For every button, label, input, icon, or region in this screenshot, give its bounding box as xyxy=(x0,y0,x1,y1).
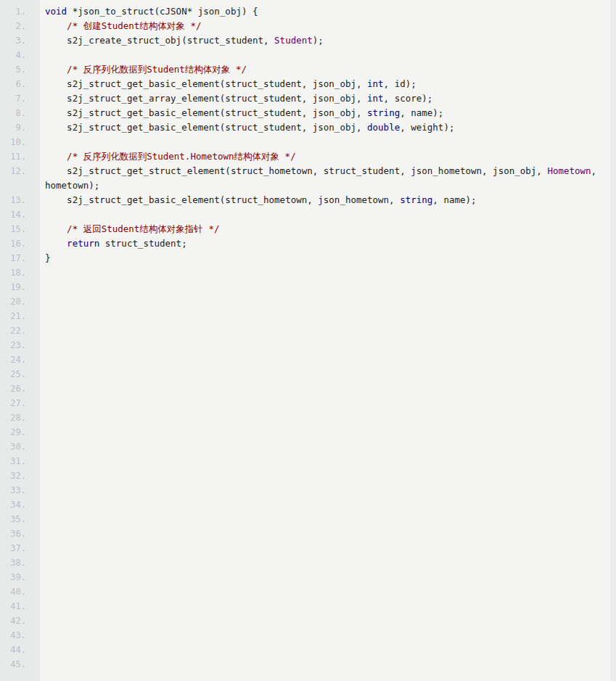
line-number: 22. xyxy=(0,323,40,338)
code-line-row: 28. xyxy=(0,410,616,425)
line-number: 6. xyxy=(0,77,40,91)
code-line xyxy=(40,309,616,323)
code-line-row: 4. xyxy=(0,48,616,62)
code-line-row: 41. xyxy=(0,599,616,614)
code-line xyxy=(40,628,616,643)
code-line xyxy=(40,135,616,149)
code-token-plain xyxy=(45,223,67,234)
code-line-row: 1.void *json_to_struct(cJSON* json_obj) … xyxy=(0,4,616,19)
code-token-comment: /* 返回Student结构体对象指针 */ xyxy=(67,223,219,234)
code-line xyxy=(40,643,616,657)
line-number: 19. xyxy=(0,280,40,294)
code-line xyxy=(40,614,616,628)
code-token-plain: s2j_struct_get_basic_element(struct_home… xyxy=(45,194,400,205)
line-number: 18. xyxy=(0,265,40,280)
line-number: 45. xyxy=(0,657,40,672)
code-token-plain: s2j_struct_get_basic_element(struct_stud… xyxy=(45,78,367,89)
code-token-plain xyxy=(45,20,67,31)
code-line-row: 27. xyxy=(0,396,616,410)
code-line-row: 37. xyxy=(0,541,616,556)
line-number: 21. xyxy=(0,309,40,323)
code-line-row: 10. xyxy=(0,135,616,149)
code-line-row: 16. return struct_student; xyxy=(0,236,616,251)
code-line xyxy=(40,425,616,439)
code-line: s2j_struct_get_basic_element(struct_home… xyxy=(40,193,616,207)
code-line xyxy=(40,396,616,410)
line-number: 16. xyxy=(0,236,40,251)
code-line-row: 31. xyxy=(0,454,616,469)
code-token-plain: s2j_struct_get_basic_element(struct_stud… xyxy=(45,122,367,133)
line-number: 2. xyxy=(0,19,40,33)
code-line: s2j_struct_get_array_element(struct_stud… xyxy=(40,91,616,106)
code-token-plain: , name); xyxy=(432,194,476,205)
line-number: 17. xyxy=(0,251,40,265)
code-line-row: 20. xyxy=(0,294,616,309)
line-number: 7. xyxy=(0,91,40,106)
line-number: 13. xyxy=(0,193,40,207)
line-number: 28. xyxy=(0,410,40,425)
code-line-row: 44. xyxy=(0,643,616,657)
code-line-row: 36. xyxy=(0,527,616,541)
line-number: 24. xyxy=(0,352,40,367)
line-number: 26. xyxy=(0,381,40,396)
line-number: 32. xyxy=(0,469,40,483)
code-line xyxy=(40,294,616,309)
code-line-row: 29. xyxy=(0,425,616,439)
code-token-keyword: return xyxy=(67,238,99,249)
line-number: 39. xyxy=(0,570,40,585)
code-line xyxy=(40,48,616,62)
code-line-row: 3. s2j_create_struct_obj(struct_student,… xyxy=(0,33,616,48)
code-line-row: 12. s2j_struct_get_struct_element(struct… xyxy=(0,164,616,193)
line-number: 1. xyxy=(0,4,40,19)
line-number: 30. xyxy=(0,439,40,454)
code-line xyxy=(40,280,616,294)
code-token-plain: } xyxy=(45,252,51,263)
line-number: 3. xyxy=(0,33,40,48)
code-line-row: 11. /* 反序列化数据到Student.Hometown结构体对象 */ xyxy=(0,149,616,164)
code-token-keyword: double xyxy=(367,122,400,133)
code-line xyxy=(40,207,616,222)
code-line-row: 45. xyxy=(0,657,616,672)
code-token-comment: /* 反序列化数据到Student.Hometown结构体对象 */ xyxy=(67,151,296,162)
code-line-row: 6. s2j_struct_get_basic_element(struct_s… xyxy=(0,77,616,91)
code-line-row: 23. xyxy=(0,338,616,352)
code-line-row: 40. xyxy=(0,585,616,599)
code-token-plain xyxy=(45,151,67,162)
line-number: 8. xyxy=(0,106,40,120)
code-token-plain: *json_to_struct(cJSON* json_obj) { xyxy=(67,6,258,17)
line-number: 40. xyxy=(0,585,40,599)
code-block: 1.void *json_to_struct(cJSON* json_obj) … xyxy=(0,0,616,681)
code-line-row: 38. xyxy=(0,556,616,570)
line-number: 11. xyxy=(0,149,40,164)
code-line-row: 9. s2j_struct_get_basic_element(struct_s… xyxy=(0,120,616,135)
line-number: 12. xyxy=(0,164,40,193)
code-line-row: 25. xyxy=(0,367,616,381)
code-line-row: 13. s2j_struct_get_basic_element(struct_… xyxy=(0,193,616,207)
code-token-keyword: int xyxy=(367,78,384,89)
code-token-comment: /* 反序列化数据到Student结构体对象 */ xyxy=(67,64,247,75)
code-line-row: 18. xyxy=(0,265,616,280)
code-line-row: 19. xyxy=(0,280,616,294)
code-line-row: 22. xyxy=(0,323,616,338)
code-line-row: 7. s2j_struct_get_array_element(struct_s… xyxy=(0,91,616,106)
code-line xyxy=(40,541,616,556)
code-line-row: 14. xyxy=(0,207,616,222)
line-number: 14. xyxy=(0,207,40,222)
code-line-row: 34. xyxy=(0,498,616,512)
code-line xyxy=(40,585,616,599)
line-number: 37. xyxy=(0,541,40,556)
code-line xyxy=(40,512,616,527)
code-content: 1.void *json_to_struct(cJSON* json_obj) … xyxy=(0,0,616,681)
code-token-plain: s2j_create_struct_obj(struct_student, xyxy=(45,35,274,46)
code-line xyxy=(40,556,616,570)
code-token-plain: , score); xyxy=(384,93,433,104)
line-number: 20. xyxy=(0,294,40,309)
code-line-row: 43. xyxy=(0,628,616,643)
code-line-row: 30. xyxy=(0,439,616,454)
code-line-row: 8. s2j_struct_get_basic_element(struct_s… xyxy=(0,106,616,120)
line-number: 33. xyxy=(0,483,40,498)
code-line: return struct_student; xyxy=(40,236,616,251)
code-line-row: 35. xyxy=(0,512,616,527)
code-line-row: 39. xyxy=(0,570,616,585)
line-number: 27. xyxy=(0,396,40,410)
